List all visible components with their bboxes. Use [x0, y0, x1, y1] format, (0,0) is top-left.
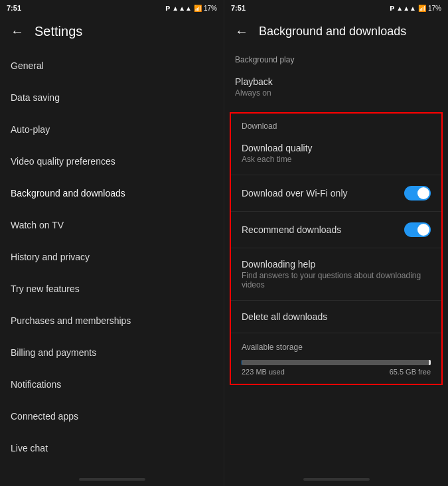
download-quality-subtitle: Ask each time: [242, 155, 431, 164]
sidebar-item-video-quality[interactable]: Video quality preferences: [0, 145, 224, 177]
pinterest-icon: 𝗣: [165, 5, 170, 12]
sidebar-item-general[interactable]: General: [0, 50, 224, 82]
sidebar-item-purchases[interactable]: Purchases and memberships: [0, 305, 224, 337]
sidebar-item-history-privacy[interactable]: History and privacy: [0, 241, 224, 273]
storage-section: Available storage 223 MB used 65.5 GB fr…: [231, 335, 441, 384]
download-label: Download: [231, 114, 441, 133]
downloading-help-setting[interactable]: Downloading help Find answers to your qu…: [231, 250, 441, 299]
time-right: 7:51: [231, 4, 246, 12]
pinterest-icon-r: 𝗣: [390, 5, 394, 12]
download-quality-title: Download quality: [242, 143, 431, 153]
status-bar-right: 7:51 𝗣 ▲▲▲ 📶 17%: [224, 0, 448, 16]
bottom-bar-right: [303, 478, 370, 481]
left-panel: 7:51 𝗣 ▲▲▲ 📶 17% ← Settings General Data…: [0, 0, 224, 486]
status-icons-right: 𝗣 ▲▲▲ 📶 17%: [390, 5, 441, 12]
download-wifi-title: Download over Wi-Fi only: [242, 188, 348, 199]
signal-icon: ▲▲▲: [172, 5, 192, 12]
sidebar-item-notifications[interactable]: Notifications: [0, 368, 224, 400]
downloading-help-title: Downloading help: [242, 259, 431, 270]
divider-3: [231, 248, 441, 248]
delete-downloads-title: Delete all downloads: [242, 311, 431, 322]
sidebar-item-connected-apps[interactable]: Connected apps: [0, 400, 224, 432]
delete-downloads-setting[interactable]: Delete all downloads: [231, 302, 441, 331]
bottom-bar-left: [79, 478, 145, 481]
divider-2: [231, 211, 441, 212]
back-button-left[interactable]: ←: [11, 24, 24, 39]
storage-used-label: 223 MB used: [242, 368, 285, 376]
storage-label: Available storage: [242, 340, 431, 355]
battery-left: 17%: [204, 5, 217, 12]
battery-right: 17%: [428, 5, 441, 12]
left-header: ← Settings: [0, 16, 224, 47]
storage-free-label: 65.5 GB free: [390, 368, 431, 376]
sidebar-item-captions[interactable]: Captions: [0, 464, 224, 473]
status-icons-left: 𝗣 ▲▲▲ 📶 17%: [165, 5, 217, 12]
download-wifi-setting[interactable]: Download over Wi-Fi only: [231, 177, 441, 210]
time-left: 7:51: [7, 4, 21, 12]
back-button-right[interactable]: ←: [235, 24, 248, 39]
storage-bar: [242, 360, 431, 365]
wifi-icon: 📶: [194, 5, 202, 12]
sidebar-item-billing[interactable]: Billing and payments: [0, 337, 224, 368]
sidebar-item-live-chat[interactable]: Live chat: [0, 432, 224, 464]
recommend-downloads-setting[interactable]: Recommend downloads: [231, 213, 441, 246]
sidebar-item-background-downloads[interactable]: Background and downloads: [0, 177, 224, 209]
page-title-right: Background and downloads: [259, 25, 406, 39]
right-header: ← Background and downloads: [224, 16, 448, 47]
signal-icon-r: ▲▲▲: [396, 5, 416, 12]
settings-menu: General Data saving Auto-play Video qual…: [0, 47, 224, 473]
downloading-help-subtitle: Find answers to your questions about dow…: [242, 271, 431, 289]
divider-4: [231, 300, 441, 301]
page-title-left: Settings: [35, 24, 82, 39]
storage-used-bar: [242, 360, 242, 365]
download-wifi-toggle[interactable]: [404, 186, 431, 201]
sidebar-item-data-saving[interactable]: Data saving: [0, 82, 224, 114]
storage-labels: 223 MB used 65.5 GB free: [242, 368, 431, 376]
download-quality-setting[interactable]: Download quality Ask each time: [231, 133, 441, 173]
right-content: Background play Playback Always on Downl…: [224, 47, 448, 473]
playback-title: Playback: [235, 76, 437, 87]
divider-5: [231, 333, 441, 333]
playback-subtitle: Always on: [235, 88, 437, 98]
playback-setting[interactable]: Playback Always on: [224, 67, 448, 107]
right-panel: 7:51 𝗣 ▲▲▲ 📶 17% ← Background and downlo…: [224, 0, 448, 486]
sidebar-item-watch-on-tv[interactable]: Watch on TV: [0, 209, 224, 241]
recommend-downloads-title: Recommend downloads: [242, 224, 341, 235]
sidebar-item-try-new-features[interactable]: Try new features: [0, 273, 224, 305]
background-play-label: Background play: [224, 47, 448, 67]
status-bar-left: 7:51 𝗣 ▲▲▲ 📶 17%: [0, 0, 224, 16]
download-section: Download Download quality Ask each time …: [230, 112, 443, 385]
recommend-downloads-toggle[interactable]: [404, 222, 431, 237]
divider-1: [231, 175, 441, 175]
wifi-icon-r: 📶: [418, 5, 426, 12]
storage-free-end-bar: [429, 360, 431, 365]
sidebar-item-auto-play[interactable]: Auto-play: [0, 114, 224, 145]
